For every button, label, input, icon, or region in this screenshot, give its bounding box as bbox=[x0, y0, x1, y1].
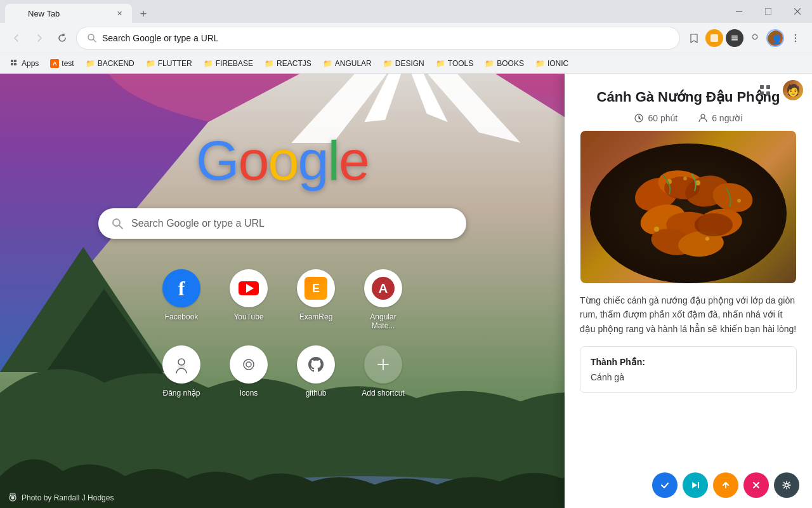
tab-title: New Tab bbox=[28, 9, 109, 18]
svg-marker-66 bbox=[692, 482, 697, 488]
flutter-label: FLUTTER bbox=[158, 59, 192, 68]
shortcut-angular[interactable]: A Angular Mate... bbox=[355, 264, 412, 335]
grid-icon bbox=[759, 84, 771, 97]
shortcuts-row2: Đăng nhập Icons bbox=[153, 340, 412, 403]
test-label: test bbox=[62, 59, 74, 68]
ingredients-label: Thành Phần: bbox=[591, 357, 786, 367]
title-bar: New Tab ✕ + bbox=[0, 0, 812, 23]
forward-button[interactable] bbox=[30, 29, 48, 47]
clock-icon bbox=[634, 113, 644, 123]
bookmark-flutter[interactable]: 📁 FLUTTER bbox=[141, 57, 197, 70]
check-button[interactable] bbox=[652, 472, 678, 498]
tools-label: TOOLS bbox=[448, 59, 473, 68]
svg-point-61 bbox=[683, 177, 687, 180]
svg-rect-17 bbox=[14, 63, 16, 65]
tab-close-button[interactable]: ✕ bbox=[114, 8, 124, 18]
folder-icon-ionic: 📁 bbox=[535, 59, 545, 68]
facebook-label: Facebook bbox=[165, 312, 199, 321]
shortcut-dangnhap[interactable]: Đăng nhập bbox=[153, 340, 210, 403]
apps-label: Apps bbox=[22, 59, 39, 68]
bookmark-apps[interactable]: Apps bbox=[5, 57, 44, 70]
icons-icon bbox=[230, 345, 268, 384]
panel-profile-button[interactable]: 🧑 bbox=[782, 79, 804, 102]
bookmark-reactjs[interactable]: 📁 REACTJS bbox=[259, 57, 317, 70]
chrome-window: New Tab ✕ + bbox=[0, 0, 812, 508]
backend-label: BACKEND bbox=[98, 59, 134, 68]
settings-gear-icon bbox=[782, 480, 792, 490]
apps-icon bbox=[10, 59, 19, 68]
recipe-desc-text: Từng chiếc cánh gà nướng đậu phộng với l… bbox=[580, 293, 797, 336]
search-icon bbox=[111, 217, 124, 230]
recipe-description: Từng chiếc cánh gà nướng đậu phộng với l… bbox=[565, 293, 812, 346]
shortcut-facebook[interactable]: f Facebook bbox=[153, 264, 210, 335]
svg-rect-0 bbox=[13, 8, 23, 18]
svg-point-33 bbox=[176, 368, 187, 373]
shortcuts-row1: f Facebook YouTube bbox=[153, 264, 412, 335]
x-icon bbox=[751, 480, 761, 490]
skip-button[interactable] bbox=[683, 472, 708, 498]
reactjs-label: REACTJS bbox=[277, 59, 311, 68]
reload-button[interactable] bbox=[53, 29, 71, 47]
bookmark-button[interactable] bbox=[685, 29, 703, 47]
add-shortcut-icon bbox=[364, 345, 402, 384]
extension-icon-1[interactable] bbox=[705, 29, 723, 47]
recipe-panel: 🧑 Cánh Gà Nướng Đậu Phộng 60 phút bbox=[565, 74, 812, 508]
bookmark-design[interactable]: 📁 DESIGN bbox=[378, 57, 429, 70]
svg-rect-7 bbox=[710, 34, 718, 42]
dangnhap-label: Đăng nhập bbox=[162, 389, 200, 398]
bookmark-ionic[interactable]: 📁 IONIC bbox=[530, 57, 573, 70]
settings-button[interactable] bbox=[774, 472, 799, 498]
puzzle-icon bbox=[709, 33, 719, 43]
add-shortcut-label: Add shortcut bbox=[362, 389, 404, 398]
grid-apps-button[interactable] bbox=[754, 79, 776, 102]
shortcut-youtube[interactable]: YouTube bbox=[220, 264, 277, 335]
chrome-menu-button[interactable] bbox=[787, 29, 804, 47]
address-bar[interactable]: Search Google or type a URL bbox=[76, 27, 680, 50]
folder-icon-flutter: 📁 bbox=[146, 59, 155, 68]
svg-line-30 bbox=[119, 225, 122, 229]
menu-icon bbox=[730, 33, 740, 43]
svg-rect-35 bbox=[178, 364, 185, 369]
new-tab-button[interactable]: + bbox=[134, 5, 152, 23]
minimize-button[interactable] bbox=[724, 0, 754, 23]
shortcut-add[interactable]: Add shortcut bbox=[355, 340, 412, 403]
extension-icon-2[interactable] bbox=[726, 29, 743, 47]
bookmark-books[interactable]: 📁 BOOKS bbox=[480, 57, 529, 70]
folder-icon-angular: 📁 bbox=[323, 59, 332, 68]
svg-point-63 bbox=[737, 199, 741, 203]
folder-icon-backend: 📁 bbox=[86, 59, 95, 68]
extensions-button[interactable] bbox=[746, 29, 764, 47]
bookmark-test[interactable]: A test bbox=[45, 57, 79, 70]
angular-label: Angular Mate... bbox=[360, 312, 407, 330]
shortcut-icons[interactable]: Icons bbox=[220, 340, 277, 403]
bookmark-backend[interactable]: 📁 BACKEND bbox=[81, 57, 140, 70]
puzzle-piece-icon bbox=[750, 33, 760, 43]
close-x-button[interactable] bbox=[743, 472, 769, 498]
bookmark-tools[interactable]: 📁 TOOLS bbox=[431, 57, 478, 70]
window-controls bbox=[724, 0, 812, 23]
svg-rect-42 bbox=[760, 85, 764, 89]
google-logo: Google bbox=[196, 128, 369, 193]
svg-rect-14 bbox=[11, 60, 13, 62]
close-button[interactable] bbox=[783, 0, 812, 23]
maximize-button[interactable] bbox=[754, 0, 783, 23]
active-tab[interactable]: New Tab ✕ bbox=[5, 4, 132, 23]
profile-avatar[interactable]: 👤 bbox=[766, 29, 784, 47]
svg-point-37 bbox=[246, 362, 251, 367]
github-label: github bbox=[306, 389, 327, 398]
back-button[interactable] bbox=[8, 29, 25, 47]
bookmark-angular[interactable]: 📁 ANGULAR bbox=[318, 57, 377, 70]
up-button[interactable] bbox=[713, 472, 738, 498]
bookmark-firebase[interactable]: 📁 FIREBASE bbox=[199, 57, 258, 70]
check-icon bbox=[660, 480, 670, 490]
books-label: BOOKS bbox=[497, 59, 524, 68]
recipe-img-placeholder bbox=[580, 131, 796, 283]
google-page: Google Search Google or type a URL f Fac… bbox=[0, 74, 565, 508]
shortcut-github[interactable]: github bbox=[287, 340, 344, 403]
svg-rect-2 bbox=[765, 8, 771, 15]
svg-rect-9 bbox=[731, 37, 738, 39]
shortcut-examreg[interactable]: E ExamReg bbox=[287, 264, 344, 335]
svg-rect-10 bbox=[731, 39, 738, 41]
svg-point-11 bbox=[795, 34, 796, 35]
search-bar[interactable]: Search Google or type a URL bbox=[98, 208, 466, 239]
